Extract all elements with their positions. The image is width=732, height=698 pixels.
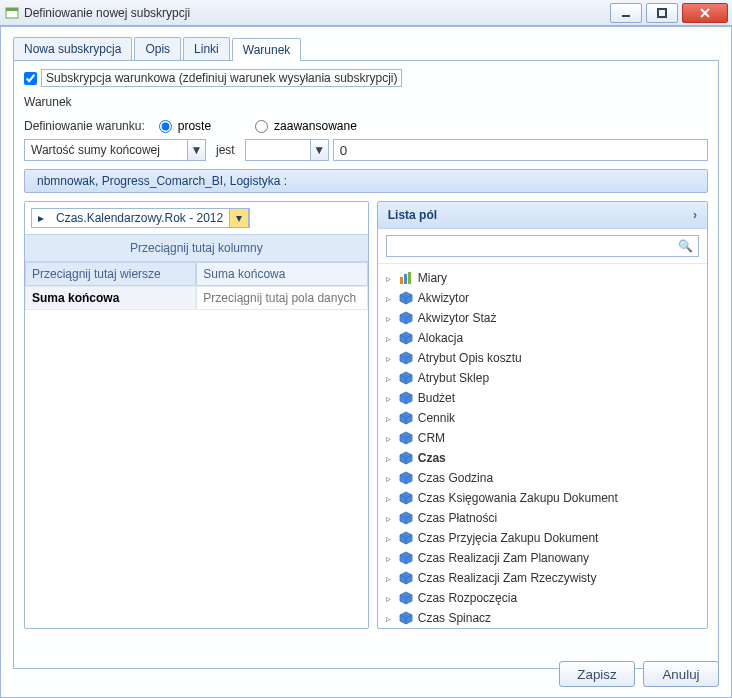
expand-icon[interactable]: ▹ [384, 513, 394, 524]
tab-linki[interactable]: Linki [183, 37, 230, 60]
filter-chip[interactable]: ▸ Czas.Kalendarzowy.Rok - 2012 ▾ [31, 208, 250, 228]
field-item[interactable]: ▹Akwizytor [384, 288, 705, 308]
field-item[interactable]: ▹CRM [384, 428, 705, 448]
split-area: ▸ Czas.Kalendarzowy.Rok - 2012 ▾ Przecią… [24, 201, 708, 629]
expand-icon[interactable]: ▹ [384, 333, 394, 344]
expand-icon[interactable]: ▹ [384, 473, 394, 484]
expand-icon[interactable]: ▹ [384, 613, 394, 624]
field-item[interactable]: ▹Budżet [384, 388, 705, 408]
field-item-label: Czas Godzina [418, 471, 493, 485]
field-item[interactable]: ▹Alokacja [384, 328, 705, 348]
value-input[interactable] [333, 139, 708, 161]
field-item[interactable]: ▹Czas Płatności [384, 508, 705, 528]
field-item-label: Czas Realizacji Zam Planowany [418, 551, 589, 565]
row-header-hint[interactable]: Przeciągnij tutaj wiersze [25, 262, 196, 286]
field-item[interactable]: ▹Akwizytor Staż [384, 308, 705, 328]
radio-simple-label: proste [178, 119, 211, 133]
radio-simple[interactable]: proste [159, 119, 211, 133]
tab-opis[interactable]: Opis [134, 37, 181, 60]
window-title: Definiowanie nowej subskrypcji [24, 6, 190, 20]
field-list-header: Lista pól › [378, 202, 707, 229]
field-item-label: Cennik [418, 411, 455, 425]
expand-icon[interactable]: ▹ [384, 353, 394, 364]
field-item[interactable]: ▹Czas Realizacji Zam Rzeczywisty [384, 568, 705, 588]
expand-icon[interactable]: ▹ [384, 293, 394, 304]
dimension-icon [398, 530, 414, 546]
field-item-label: Alokacja [418, 331, 463, 345]
dimension-icon [398, 310, 414, 326]
dimension-icon [398, 590, 414, 606]
drop-columns-area[interactable]: Przeciągnij tutaj kolumny [25, 234, 368, 262]
window-buttons [606, 3, 728, 23]
filter-chip-prefix-icon: ▸ [32, 209, 50, 227]
field-item[interactable]: ▹Czas Godzina [384, 468, 705, 488]
field-item[interactable]: ▹Czas Realizacji Zam Planowany [384, 548, 705, 568]
field-item[interactable]: ▹Czas Spinacz [384, 608, 705, 628]
field-item-label: Czas [418, 451, 446, 465]
svg-rect-6 [408, 272, 411, 284]
conditional-subscription-row: Subskrypcja warunkowa (zdefiniuj warunek… [24, 69, 708, 87]
pivot-pane: ▸ Czas.Kalendarzowy.Rok - 2012 ▾ Przecią… [24, 201, 369, 629]
expand-icon[interactable]: ▹ [384, 433, 394, 444]
column-header[interactable]: Suma końcowa [196, 262, 367, 286]
condition-row: Wartość sumy końcowej ▼ jest ▼ [24, 139, 708, 161]
filter-chip-dropdown-icon[interactable]: ▾ [230, 209, 249, 227]
field-item[interactable]: ▹Czas Przyjęcia Zakupu Dokument [384, 528, 705, 548]
field-item[interactable]: ▹Czas Rozpoczęcia [384, 588, 705, 608]
operator-combo[interactable]: ▼ [245, 139, 329, 161]
dimension-icon [398, 450, 414, 466]
conditional-checkbox-label: Subskrypcja warunkowa (zdefiniuj warunek… [41, 69, 402, 87]
tab-nowa-subskrypcja[interactable]: Nowa subskrypcja [13, 37, 132, 60]
save-button[interactable]: Zapisz [559, 661, 635, 687]
dimension-icon [398, 550, 414, 566]
radio-advanced[interactable]: zaawansowane [255, 119, 357, 133]
expand-icon[interactable]: ▹ [384, 493, 394, 504]
conditional-checkbox[interactable] [24, 72, 37, 85]
expand-icon[interactable]: ▹ [384, 393, 394, 404]
expand-icon[interactable]: ▹ [384, 373, 394, 384]
expand-icon[interactable]: ▹ [384, 313, 394, 324]
tab-panel-warunek: Subskrypcja warunkowa (zdefiniuj warunek… [13, 61, 719, 669]
field-combo-arrow-icon[interactable]: ▼ [187, 140, 205, 160]
dimension-icon [398, 430, 414, 446]
pivot-headers: Przeciągnij tutaj wiersze Suma końcowa [25, 262, 368, 286]
radio-simple-input[interactable] [159, 120, 172, 133]
field-item-label: Czas Przyjęcia Zakupu Dokument [418, 531, 599, 545]
dimension-icon [398, 470, 414, 486]
field-tree[interactable]: ▹Miary▹Akwizytor▹Akwizytor Staż▹Alokacja… [378, 264, 707, 628]
field-combo[interactable]: Wartość sumy końcowej ▼ [24, 139, 206, 161]
operator-combo-arrow-icon[interactable]: ▼ [310, 140, 328, 160]
radio-advanced-input[interactable] [255, 120, 268, 133]
collapse-icon[interactable]: › [693, 208, 697, 222]
expand-icon[interactable]: ▹ [384, 413, 394, 424]
close-button[interactable] [682, 3, 728, 23]
field-item[interactable]: ▹Atrybut Opis kosztu [384, 348, 705, 368]
expand-icon[interactable]: ▹ [384, 273, 394, 284]
tab-warunek[interactable]: Warunek [232, 38, 302, 61]
dimension-icon [398, 330, 414, 346]
field-item-label: Czas Płatności [418, 511, 497, 525]
app-icon [4, 5, 20, 21]
field-search-input[interactable] [386, 235, 699, 257]
row-label[interactable]: Suma końcowa [25, 286, 196, 310]
dimension-icon [398, 350, 414, 366]
field-item[interactable]: ▹Cennik [384, 408, 705, 428]
svg-rect-2 [622, 15, 630, 17]
definition-label: Definiowanie warunku: [24, 119, 145, 133]
field-item[interactable]: ▹Atrybut Sklep [384, 368, 705, 388]
data-drop-hint[interactable]: Przeciągnij tutaj pola danych [196, 286, 367, 310]
dimension-icon [398, 370, 414, 386]
expand-icon[interactable]: ▹ [384, 553, 394, 564]
expand-icon[interactable]: ▹ [384, 593, 394, 604]
client-area: Nowa subskrypcjaOpisLinkiWarunek Subskry… [0, 26, 732, 698]
field-item[interactable]: ▹Czas Księgowania Zakupu Dokument [384, 488, 705, 508]
expand-icon[interactable]: ▹ [384, 533, 394, 544]
maximize-button[interactable] [646, 3, 678, 23]
field-item[interactable]: ▹Miary [384, 268, 705, 288]
cancel-button[interactable]: Anuluj [643, 661, 719, 687]
expand-icon[interactable]: ▹ [384, 453, 394, 464]
minimize-button[interactable] [610, 3, 642, 23]
expand-icon[interactable]: ▹ [384, 573, 394, 584]
field-item[interactable]: ▹Czas [384, 448, 705, 468]
field-item-label: Atrybut Sklep [418, 371, 489, 385]
